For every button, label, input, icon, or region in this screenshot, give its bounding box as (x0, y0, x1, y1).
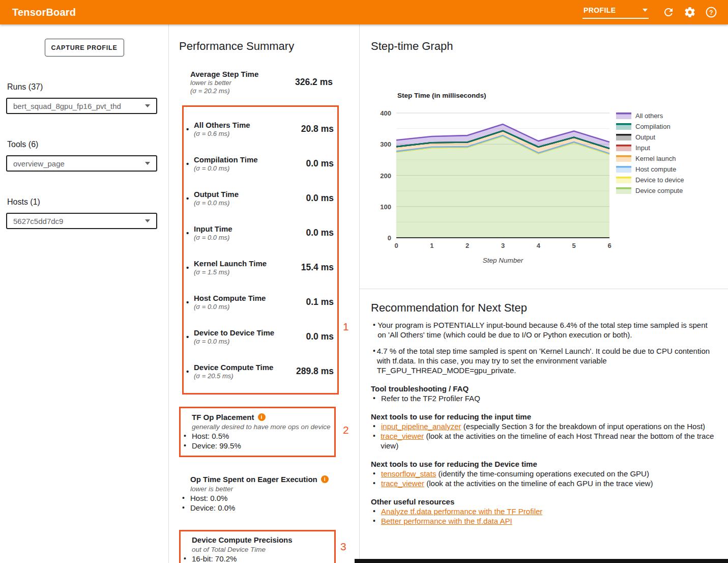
metric-value: 289.8 ms (285, 366, 334, 377)
metric-label: Host Compute Time (194, 293, 285, 303)
svg-text:Host compute: Host compute (635, 165, 676, 173)
link[interactable]: Better performance with the tf.data API (381, 517, 512, 525)
metric-row: •Output Time(σ = 0.0 ms)0.0 ms (184, 181, 337, 215)
group-heading: Next tools to use for reducing the Devic… (371, 459, 716, 469)
svg-text:6: 6 (607, 242, 611, 249)
metric-sigma: (σ = 0.0 ms) (194, 164, 285, 173)
eager-execution-section: Op Time Spent on Eager Execution i lower… (179, 474, 336, 513)
metric-value: 0.0 ms (285, 158, 334, 169)
chevron-down-icon (145, 104, 150, 107)
metric-row: •All Others Time(σ = 0.6 ms)20.8 ms (184, 111, 337, 146)
svg-text:Device to device: Device to device (635, 176, 684, 184)
link[interactable]: Analyze tf.data performance with the TF … (381, 507, 542, 516)
recommendation-group: Tool troubleshooting / FAQ•Refer to the … (371, 384, 716, 403)
hosts-select[interactable]: 5627c5dd7dc9 (6, 213, 157, 229)
step-time-chart: 01002003004000123456Step Time (in millis… (360, 88, 728, 271)
metric-value: 15.4 ms (285, 262, 334, 273)
capture-profile-button[interactable]: CAPTURE PROFILE (45, 39, 124, 57)
bullet-item: •Your program is POTENTIALLY input-bound… (371, 320, 716, 340)
recommendation-title: Recommendation for Next Step (371, 301, 728, 315)
tools-select-value: overview_page (13, 159, 65, 168)
link[interactable]: trace_viewer (381, 479, 424, 488)
metric-value: 0.0 ms (285, 228, 334, 238)
svg-text:4: 4 (537, 242, 541, 249)
annotated-box-tf-op-placement: TF Op Placement i generally desired to h… (179, 407, 336, 457)
settings-icon[interactable] (679, 2, 701, 22)
metric-value: 0.0 ms (285, 331, 334, 342)
bullet-item: •Device: 99.5% (181, 441, 334, 451)
metric-label: All Others Time (194, 120, 285, 130)
link[interactable]: tensorflow_stats (381, 469, 436, 478)
svg-text:1: 1 (430, 242, 433, 249)
section-title: Device Compute Precisions (192, 535, 293, 545)
link[interactable]: input_pipeline_analyzer (381, 422, 461, 431)
bullet-item: •Device: 0.0% (179, 503, 336, 513)
bullet-item: •input_pipeline_analyzer (especially Sec… (371, 421, 716, 431)
metric-sigma: (σ = 1.5 ms) (194, 268, 285, 276)
recommendation-group: Next tools to use for reducing the Devic… (371, 459, 716, 488)
recommendation-body: •Your program is POTENTIALLY input-bound… (371, 320, 716, 526)
annotation-1: 1 (343, 321, 349, 333)
svg-text:Device compute: Device compute (635, 187, 683, 194)
bullet-item: •16-bit: 70.2% (181, 554, 334, 563)
metric-list: •All Others Time(σ = 0.6 ms)20.8 ms•Comp… (184, 111, 337, 388)
group-heading: Tool troubleshooting / FAQ (371, 384, 716, 393)
svg-text:5: 5 (572, 242, 576, 249)
svg-text:Compilation: Compilation (635, 123, 671, 130)
chevron-down-icon (145, 162, 150, 165)
chevron-down-icon (145, 219, 150, 222)
recommendation-intro: •Your program is POTENTIALLY input-bound… (371, 320, 716, 375)
bullet-item: •Analyze tf.data performance with the TF… (371, 506, 716, 516)
metric-label: Compilation Time (194, 155, 285, 164)
bullet-item: •Refer to the TF2 Profiler FAQ (371, 393, 716, 403)
metric-label: Device Compute Time (194, 362, 285, 372)
recommendation-group: Next tools to use for reducing the input… (371, 412, 716, 451)
hosts-label: Hosts (1) (7, 198, 168, 207)
performance-summary-title: Performance Summary (179, 40, 359, 53)
section-items: •16-bit: 70.2%•32-bit: 29.8% (181, 554, 334, 563)
right-panel: Step-time Graph 01002003004000123456Step… (359, 24, 728, 563)
tools-select[interactable]: overview_page (6, 155, 157, 172)
bullet-item: •trace_viewer (look at the activities on… (371, 478, 716, 488)
svg-text:100: 100 (380, 203, 391, 211)
average-step-time-row: Average Step Time lower is better (σ = 2… (190, 69, 333, 95)
bullet-item: •trace_viewer (look at the activities on… (371, 431, 716, 451)
metric-row: •Compilation Time(σ = 0.0 ms)0.0 ms (184, 146, 337, 181)
metric-sigma: (σ = 0.0 ms) (194, 337, 285, 346)
svg-text:Step Time (in milliseconds): Step Time (in milliseconds) (397, 92, 486, 99)
svg-text:Output: Output (635, 133, 655, 141)
svg-text:200: 200 (380, 172, 391, 180)
svg-text:3: 3 (501, 242, 505, 249)
annotated-box-step-breakdown: •All Others Time(σ = 0.6 ms)20.8 ms•Comp… (182, 105, 339, 395)
metric-label: Device to Device Time (194, 328, 285, 337)
metric-label: Average Step Time (190, 69, 258, 79)
metric-value: 0.1 ms (285, 297, 334, 307)
bullet-item: •Better performance with the tf.data API (371, 516, 716, 526)
group-heading: Next tools to use for reducing the input… (371, 412, 716, 421)
tools-label: Tools (6) (7, 140, 168, 149)
help-icon[interactable]: ? (701, 2, 722, 22)
section-subtitle: generally desired to have more ops on de… (181, 423, 334, 431)
section-items: •Host: 0.5%•Device: 99.5% (181, 431, 334, 451)
svg-text:?: ? (709, 9, 713, 16)
metric-sigma: (σ = 0.6 ms) (194, 130, 285, 138)
metric-value: 326.2 ms (295, 77, 333, 88)
svg-text:2: 2 (465, 242, 469, 249)
app-title: TensorBoard (12, 7, 76, 18)
section-items: •Host: 0.0%•Device: 0.0% (179, 493, 336, 513)
performance-summary-panel: Performance Summary Average Step Time lo… (169, 24, 359, 563)
info-icon[interactable]: i (321, 475, 329, 483)
svg-text:0: 0 (394, 242, 398, 249)
dashboard-selector[interactable]: PROFILE (583, 6, 649, 19)
recommendation-groups: Tool troubleshooting / FAQ•Refer to the … (371, 384, 716, 526)
metric-sigma: (σ = 0.0 ms) (194, 199, 285, 207)
link[interactable]: trace_viewer (381, 432, 424, 440)
section-subtitle: out of Total Device Time (181, 545, 334, 554)
runs-label: Runs (37) (7, 82, 168, 92)
refresh-icon[interactable] (658, 2, 679, 22)
metric-sigma: (σ = 20.2 ms) (190, 87, 258, 95)
info-icon[interactable]: i (258, 413, 266, 421)
recommendation-card: Recommendation for Next Step •Your progr… (360, 289, 728, 526)
runs-select[interactable]: bert_squad_8gpu_fp16_pvt_thd (6, 98, 157, 114)
svg-text:0: 0 (388, 234, 391, 242)
